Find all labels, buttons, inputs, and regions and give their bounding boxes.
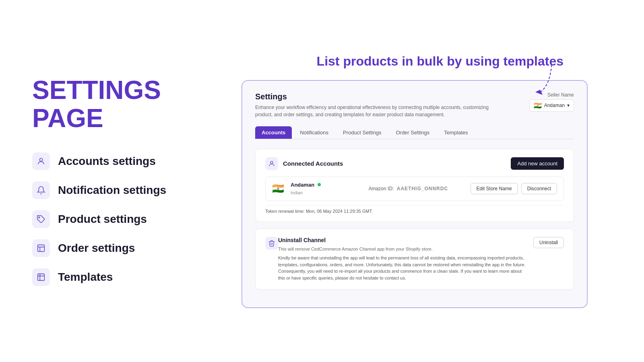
account-flag: 🇮🇳	[272, 183, 284, 194]
connected-accounts-section: Connected Accounts Add new account 🇮🇳 An…	[255, 149, 574, 222]
connected-accounts-title: Connected Accounts	[283, 160, 343, 167]
menu-label-accounts: Accounts settings	[58, 155, 156, 168]
uninstall-section: Uninstall Channel This will remove CedCo…	[255, 228, 574, 290]
account-info: Andaman Indian	[291, 182, 346, 196]
tab-product-settings[interactable]: Product Settings	[336, 126, 388, 139]
settings-header: Settings Enhance your workflow efficienc…	[255, 92, 574, 118]
tab-accounts[interactable]: Accounts	[255, 126, 292, 139]
account-region: Indian	[291, 190, 303, 195]
account-name: Andaman	[291, 182, 314, 188]
menu-list: Accounts settings Notification settings …	[32, 152, 169, 286]
template-icon	[37, 273, 45, 282]
settings-subtitle: Enhance your workflow efficiency and ope…	[255, 104, 497, 118]
menu-label-orders: Order settings	[58, 242, 135, 255]
account-actions: Edit Store Name Disconnect	[471, 183, 557, 194]
heading-line1: SETTINGS	[32, 76, 161, 105]
svg-point-5	[270, 161, 273, 164]
svg-marker-4	[535, 90, 543, 95]
seller-flag: 🇮🇳	[534, 102, 542, 109]
menu-item-accounts[interactable]: Accounts settings	[32, 152, 169, 170]
uninstall-warning: Kindly be aware that uninstalling the ap…	[278, 255, 527, 281]
seller-dropdown[interactable]: 🇮🇳 Andaman ▾	[529, 99, 574, 112]
uninstall-description: This will remove CedCommerce Amazon Chan…	[278, 246, 527, 253]
uninstall-button[interactable]: Uninstall	[533, 237, 564, 248]
uninstall-title-row	[265, 237, 278, 250]
menu-item-templates[interactable]: Templates	[32, 268, 169, 286]
chevron-down-icon: ▾	[567, 103, 570, 108]
user-icon	[37, 157, 45, 166]
menu-item-orders[interactable]: Order settings	[32, 239, 169, 257]
seller-name: Andaman	[544, 103, 565, 108]
trash-icon	[268, 240, 275, 247]
add-new-account-button[interactable]: Add new account	[511, 157, 564, 170]
disconnect-button[interactable]: Disconnect	[521, 183, 557, 194]
connected-accounts-icon	[265, 157, 278, 170]
uninstall-content-row: Uninstall Channel This will remove CedCo…	[265, 237, 564, 282]
menu-label-templates: Templates	[58, 271, 113, 284]
menu-label-products: Product settings	[58, 213, 147, 226]
tab-notifications[interactable]: Notifications	[293, 126, 335, 139]
callout-text: List products in bulk by using templates	[317, 54, 564, 69]
dashed-arrow	[527, 61, 568, 101]
page-heading: SETTINGS PAGE	[32, 76, 169, 133]
tag-icon	[37, 215, 45, 224]
menu-item-notifications[interactable]: Notification settings	[32, 181, 169, 199]
heading-line2: PAGE	[32, 104, 103, 133]
svg-rect-3	[38, 274, 45, 281]
svg-point-1	[39, 217, 40, 218]
settings-title: Settings	[255, 92, 497, 101]
accounts-section-icon	[268, 160, 275, 167]
uninstall-text-block: Uninstall Channel This will remove CedCo…	[278, 237, 527, 282]
uninstall-icon	[265, 237, 278, 250]
uninstall-text-content: Uninstall Channel This will remove CedCo…	[278, 237, 564, 282]
uninstall-title: Uninstall Channel	[278, 237, 527, 243]
orders-icon-wrap	[32, 239, 50, 257]
settings-title-area: Settings Enhance your workflow efficienc…	[255, 92, 497, 118]
menu-item-products[interactable]: Product settings	[32, 210, 169, 228]
tabs-bar: Accounts Notifications Product Settings …	[255, 126, 574, 139]
right-panel: List products in bulk by using templates…	[193, 42, 644, 321]
tab-order-settings[interactable]: Order Settings	[389, 126, 436, 139]
account-name-row: Andaman	[291, 182, 346, 188]
connected-accounts-title-row: Connected Accounts	[265, 157, 343, 170]
amazon-id-label: Amazon ID:	[369, 186, 394, 191]
menu-label-notifications: Notification settings	[58, 184, 166, 197]
box-icon	[37, 244, 45, 253]
left-panel: SETTINGS PAGE Accounts settings Notifica…	[0, 52, 193, 311]
svg-rect-2	[38, 245, 45, 252]
accounts-icon-wrap	[32, 152, 50, 170]
notifications-icon-wrap	[32, 181, 50, 199]
settings-card: Settings Enhance your workflow efficienc…	[242, 80, 588, 309]
amazon-id: Amazon ID: AAETHIG_ONNRDC	[353, 186, 464, 191]
token-info: Token renewal time: Mon, 06 May 2024 11:…	[265, 205, 564, 214]
amazon-id-value: AAETHIG_ONNRDC	[397, 186, 448, 191]
edit-store-name-button[interactable]: Edit Store Name	[471, 183, 518, 194]
products-icon-wrap	[32, 210, 50, 228]
templates-icon-wrap	[32, 268, 50, 286]
status-dot	[318, 183, 321, 186]
connected-accounts-header: Connected Accounts Add new account	[265, 157, 564, 170]
account-row: 🇮🇳 Andaman Indian Amazon ID: AAETHIG_ONN…	[265, 177, 564, 201]
tab-templates[interactable]: Templates	[438, 126, 474, 139]
bell-icon	[37, 186, 45, 195]
svg-point-0	[39, 158, 42, 161]
